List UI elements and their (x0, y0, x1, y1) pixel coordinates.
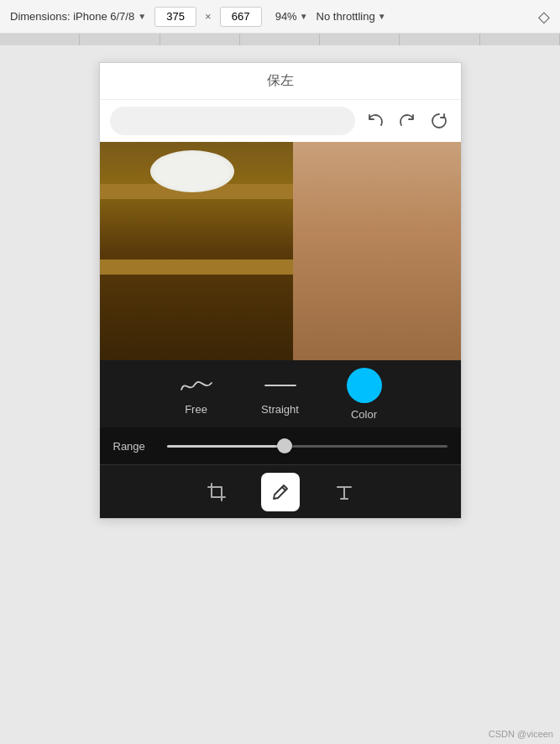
watermark: CSDN @viceen (489, 729, 553, 739)
photo-shelf (100, 142, 301, 360)
range-track[interactable] (167, 445, 447, 448)
dimensions-text: Dimensions: iPhone 6/7/8 (10, 10, 134, 23)
width-input[interactable] (154, 7, 196, 27)
tab-segment-7[interactable] (480, 34, 560, 45)
range-area: Range (100, 427, 461, 464)
throttle-dropdown-arrow[interactable]: ▼ (378, 12, 386, 21)
crop-button[interactable] (197, 473, 236, 511)
search-bar-area (100, 100, 461, 142)
toolbar-settings-icon[interactable]: ◇ (538, 8, 550, 26)
app-logo: 保左 (267, 72, 294, 90)
tab-bar (0, 34, 560, 45)
color-label: Color (351, 408, 377, 421)
plate (150, 150, 234, 192)
device-area: 保左 (0, 45, 560, 519)
throttle-label: No throttling (317, 10, 375, 23)
device-frame: 保左 (99, 62, 462, 519)
drawing-toolbar: Free Straight Color (100, 360, 461, 427)
straight-draw-label: Straight (261, 403, 299, 416)
zoom-dropdown-arrow[interactable]: ▼ (300, 12, 308, 21)
app-header: 保左 (100, 63, 461, 100)
free-draw-tool[interactable]: Free (154, 360, 238, 427)
search-bar[interactable] (110, 107, 355, 135)
dimensions-dropdown-arrow[interactable]: ▼ (138, 12, 146, 21)
shelf-mid (100, 259, 301, 275)
pen-button[interactable] (261, 473, 300, 511)
tab-segment-6[interactable] (400, 34, 479, 45)
free-draw-label: Free (185, 403, 207, 416)
range-fill (167, 445, 285, 448)
bottom-action-bar (100, 464, 461, 518)
straight-draw-icon (264, 373, 297, 398)
photo-girl (293, 142, 461, 360)
tab-segment-5[interactable] (320, 34, 400, 45)
rotate-button[interactable] (427, 109, 451, 133)
tab-segment-4[interactable] (240, 34, 320, 45)
zoom-selector[interactable]: 94% ▼ (275, 10, 308, 23)
tab-segment-2[interactable] (80, 34, 160, 45)
height-input[interactable] (220, 7, 262, 27)
undo-button[interactable] (364, 109, 387, 133)
photo-area (100, 142, 461, 360)
range-label: Range (113, 440, 155, 453)
dimensions-label: Dimensions: iPhone 6/7/8 ▼ (10, 10, 146, 23)
nav-icons (364, 109, 451, 133)
browser-toolbar: Dimensions: iPhone 6/7/8 ▼ × 94% ▼ No th… (0, 0, 560, 34)
zoom-label: 94% (275, 10, 297, 23)
tab-segment-1[interactable] (0, 34, 80, 45)
color-tool[interactable]: Color (322, 360, 406, 427)
throttle-selector[interactable]: No throttling ▼ (317, 10, 386, 23)
range-thumb[interactable] (277, 438, 292, 453)
dimension-separator: × (205, 10, 212, 23)
color-circle (347, 368, 382, 403)
text-button[interactable] (325, 473, 364, 511)
free-draw-icon (180, 373, 213, 398)
straight-draw-tool[interactable]: Straight (238, 360, 322, 427)
tab-segment-3[interactable] (160, 34, 240, 45)
redo-button[interactable] (395, 109, 419, 133)
